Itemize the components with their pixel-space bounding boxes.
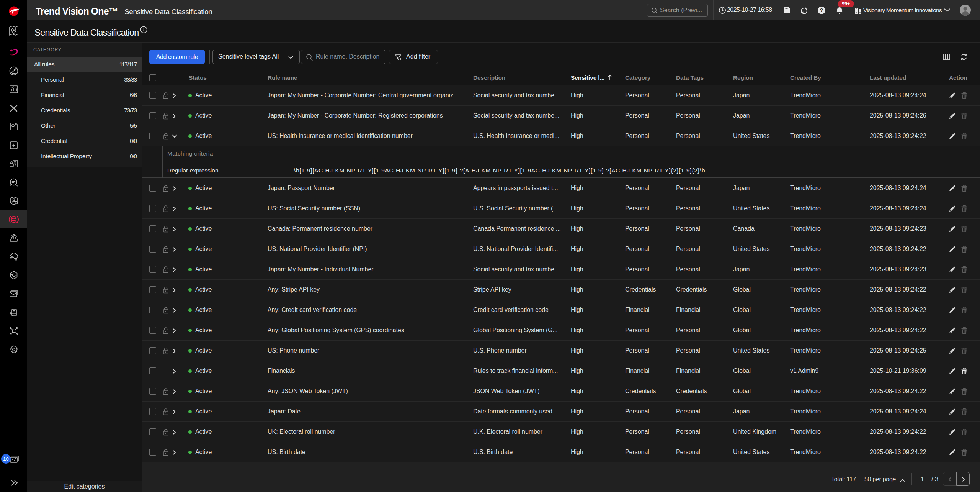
svg-text:?: ? (820, 7, 823, 13)
